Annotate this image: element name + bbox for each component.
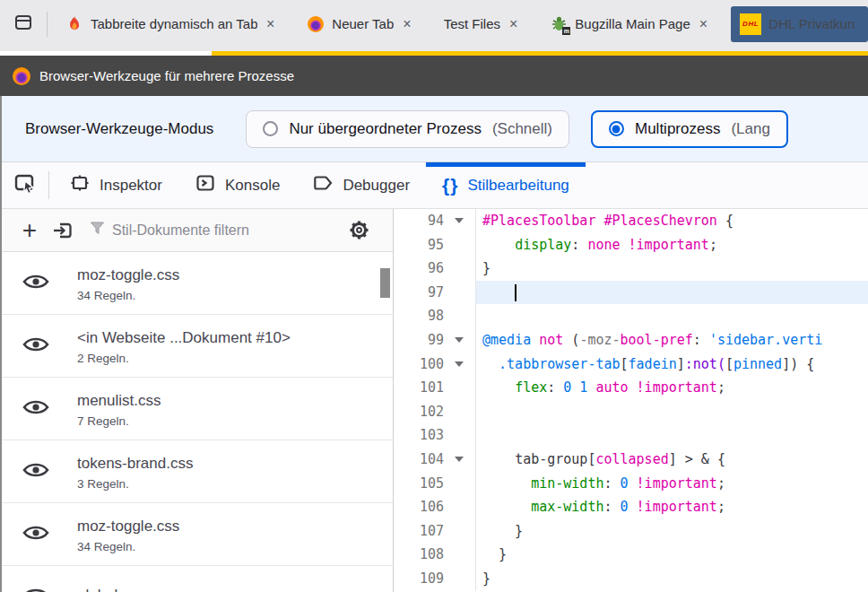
style-editor-panel: + — [2, 209, 868, 592]
editor-gutter: 105 — [394, 472, 476, 496]
tab-title: Neuer Tab — [332, 16, 394, 31]
code-line-97: 97 — [394, 281, 868, 305]
editor-gutter: 98 — [394, 304, 476, 328]
line-number: 100 — [394, 353, 444, 377]
visibility-eye-icon[interactable] — [22, 586, 50, 592]
fold-arrow-icon[interactable] — [455, 218, 464, 223]
editor-gutter: 97 — [394, 281, 476, 305]
editor-gutter: 101 — [394, 376, 476, 400]
fold-arrow-icon[interactable] — [455, 361, 464, 367]
radio-unselected-icon[interactable] — [263, 121, 278, 136]
line-number: 103 — [394, 423, 444, 448]
tab-stilbearbeitung[interactable]: {} Stilbearbeitung — [426, 162, 586, 208]
bugzilla-badge: m — [562, 27, 570, 35]
console-icon — [195, 172, 216, 198]
browser-tab-4[interactable]: mBugzilla Main Page× — [541, 6, 718, 42]
bugzilla-favicon: m — [550, 15, 568, 33]
line-number: 99 — [394, 328, 444, 353]
tab-overview-button[interactable] — [7, 8, 39, 40]
code-text: } — [476, 567, 868, 591]
css-source-editor[interactable]: 94#PlacesToolbar #PlacesChevron {95 disp… — [394, 209, 868, 592]
browser-tab-5[interactable]: DHLDHL Privatkun× — [731, 6, 868, 42]
editor-gutter: 107 — [394, 519, 476, 544]
style-sheet-rule-count: 3 Regeln. — [77, 477, 193, 491]
code-line-107: 107 } — [394, 519, 868, 544]
editor-gutter: 100 — [394, 353, 476, 377]
fold-arrow-icon[interactable] — [455, 457, 464, 462]
style-sheet-name: moz-toggle.css — [77, 266, 179, 283]
tab-close-button[interactable]: × — [698, 16, 709, 32]
style-sheet-item[interactable]: moz-toggle.css34 Regeln. — [2, 503, 393, 566]
devtools-tabbar: Inspektor Konsole Debugger {} Stilbearbe… — [2, 161, 868, 209]
editor-gutter: 103 — [394, 423, 476, 448]
braces-icon: {} — [442, 175, 458, 196]
style-sheet-rule-count: 2 Regeln. — [77, 352, 291, 365]
tab-inspektor[interactable]: Inspektor — [53, 162, 178, 208]
code-text — [476, 281, 868, 305]
style-sheet-list: moz-toggle.css34 Regeln.<in Webseite ...… — [2, 252, 393, 592]
line-number: 108 — [394, 543, 444, 567]
import-style-sheet-button[interactable] — [45, 219, 81, 242]
line-number: 107 — [394, 519, 444, 544]
style-sheet-item[interactable]: <in Webseite ...Dokument #10>2 Regeln. — [2, 315, 393, 378]
browser-tab-2[interactable]: Neuer Tab× — [298, 6, 421, 42]
style-sheet-item[interactable]: menulist.css7 Regeln. — [2, 378, 393, 440]
tab-konsole[interactable]: Konsole — [178, 162, 296, 208]
code-text — [476, 304, 868, 328]
line-number: 98 — [394, 304, 444, 328]
editor-gutter: 106 — [394, 495, 476, 519]
inspector-icon — [69, 172, 91, 198]
code-text: .tabbrowser-tab[fadein]:not([pinned]) { — [476, 353, 868, 377]
pick-element-button[interactable] — [2, 162, 48, 208]
mode-row-label: Browser-Werkzeuge-Modus — [25, 120, 213, 138]
tab-close-button[interactable]: × — [508, 16, 519, 32]
editor-gutter: 109 — [394, 567, 476, 591]
radio-selected-icon[interactable] — [609, 121, 624, 136]
browser-tab-1[interactable]: Tabbreite dynamisch an Tab× — [56, 6, 285, 42]
visibility-eye-icon[interactable] — [22, 335, 50, 358]
tab-close-button[interactable]: × — [401, 16, 412, 32]
line-number: 96 — [394, 257, 444, 281]
debugger-icon — [312, 172, 334, 198]
dhl-favicon: DHL — [740, 13, 761, 35]
line-number: 106 — [394, 495, 444, 519]
visibility-eye-icon[interactable] — [22, 460, 50, 483]
style-editor-settings-button[interactable] — [341, 219, 377, 241]
tab-label: Debugger — [343, 177, 410, 195]
mode-option-multiprocess[interactable]: Multiprozess (Lang — [591, 110, 788, 148]
tab-label: Konsole — [225, 177, 280, 195]
line-number: 101 — [394, 376, 444, 400]
tab-label: Stilbearbeitung — [467, 177, 569, 195]
fold-arrow-icon[interactable] — [455, 337, 464, 343]
tab-title: DHL Privatkun — [768, 16, 855, 31]
code-line-104: 104 tab-group[collapsed] > & { — [394, 448, 868, 472]
code-line-100: 100 .tabbrowser-tab[fadein]:not([pinned]… — [394, 353, 868, 377]
code-text: tab-group[collapsed] > & { — [476, 448, 868, 472]
text-cursor — [515, 284, 516, 301]
tab-close-button[interactable]: × — [265, 16, 276, 32]
filter-funnel-icon — [90, 221, 105, 239]
toolbar-sliver-white — [0, 51, 212, 56]
browser-tab-strip: Tabbreite dynamisch an Tab×Neuer Tab×Tes… — [0, 0, 868, 51]
tab-debugger[interactable]: Debugger — [296, 162, 426, 208]
editor-gutter: 96 — [394, 257, 476, 281]
editor-gutter: 102 — [394, 400, 476, 424]
tab-title: Tabbreite dynamisch an Tab — [91, 16, 257, 31]
mode-option-parent-process[interactable]: Nur übergeordneter Prozess (Schnell) — [246, 110, 569, 148]
editor-gutter: 99 — [394, 328, 476, 353]
visibility-eye-icon[interactable] — [22, 397, 50, 421]
code-text: } — [476, 257, 868, 281]
code-line-106: 106 max-width: 0 !important; — [394, 495, 868, 519]
filter-style-sheets-input[interactable] — [112, 222, 309, 239]
filter-field[interactable] — [90, 221, 341, 239]
sidebar-scrollbar-thumb[interactable] — [380, 268, 390, 298]
style-sheet-item[interactable]: global.css — [2, 566, 393, 592]
code-line-98: 98 — [394, 304, 868, 328]
visibility-eye-icon[interactable] — [22, 523, 50, 546]
code-line-95: 95 display: none !important; — [394, 233, 868, 257]
visibility-eye-icon[interactable] — [22, 272, 50, 295]
new-style-sheet-button[interactable]: + — [14, 218, 45, 243]
style-sheet-item[interactable]: tokens-brand.css3 Regeln. — [2, 440, 393, 503]
browser-tab-3[interactable]: Test Files× — [435, 6, 529, 42]
style-sheet-item[interactable]: moz-toggle.css34 Regeln. — [2, 252, 393, 315]
